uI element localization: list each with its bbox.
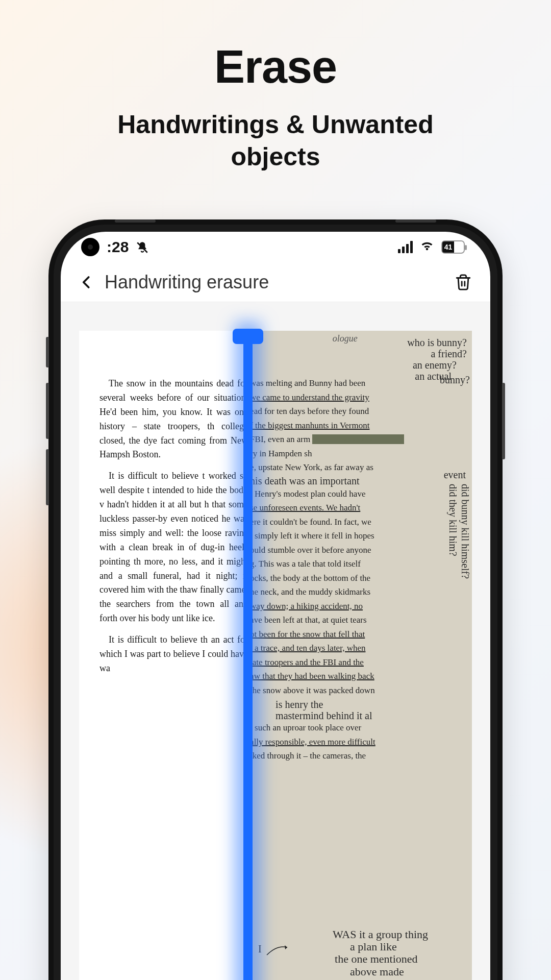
document-clean-side: The snow in the mountains dead for sever… — [79, 331, 248, 980]
document-original-side: ologue who is bunny? a friend? an enemy?… — [248, 331, 472, 980]
handwriting-annotation: bunny? — [440, 374, 470, 385]
page-label: ologue — [333, 332, 358, 346]
clean-paragraph: It is difficult to believe t worked so w… — [99, 469, 248, 626]
app-header: Handwriting erasure — [61, 262, 490, 302]
phone-power-button — [502, 383, 505, 459]
scan-slider-handle[interactable] — [243, 331, 253, 980]
status-bar: :28 41 — [61, 232, 490, 262]
hero-subtitle: Handwritings & Unwanted objects — [0, 109, 551, 173]
signal-icon — [398, 241, 413, 253]
original-body-text: was melting and Bunny had been we came t… — [250, 377, 441, 764]
delete-button[interactable] — [455, 274, 472, 291]
document-comparison: The snow in the mountains dead for sever… — [79, 331, 472, 980]
hero-header: Erase Handwritings & Unwanted objects — [0, 0, 551, 173]
clean-paragraph: It is difficult to believe th an act for… — [99, 633, 248, 676]
phone-frame: :28 41 — [48, 219, 503, 980]
document-canvas[interactable]: The snow in the mountains dead for sever… — [61, 302, 490, 980]
phone-volume-up — [46, 383, 49, 439]
front-camera-hole — [81, 238, 99, 256]
status-time: :28 — [107, 238, 129, 256]
back-button[interactable] — [79, 275, 94, 290]
wifi-icon — [420, 238, 434, 256]
phone-side-button — [46, 337, 49, 368]
hero-title: Erase — [0, 41, 551, 93]
handwriting-margin-annotation: did they kill him? — [447, 484, 459, 556]
svg-marker-1 — [285, 945, 287, 949]
phone-volume-down — [46, 449, 49, 505]
handwriting-annotation: I — [258, 942, 290, 958]
redacted-text: xxxxxxx — [312, 434, 404, 444]
battery-icon: 41 — [441, 240, 465, 254]
handwriting-margin-annotation: did bunny kill himself? — [460, 484, 471, 579]
handwriting-annotation: is henry the mastermind behind it al — [276, 699, 441, 721]
handwriting-annotation: his death was an important event — [250, 475, 441, 486]
clean-paragraph: The snow in the mountains dead for sever… — [99, 377, 248, 462]
page-title: Handwriting erasure — [105, 272, 269, 293]
mute-icon — [136, 240, 149, 254]
handwriting-annotation: WAS it a group thing a plan like the one… — [294, 928, 467, 980]
